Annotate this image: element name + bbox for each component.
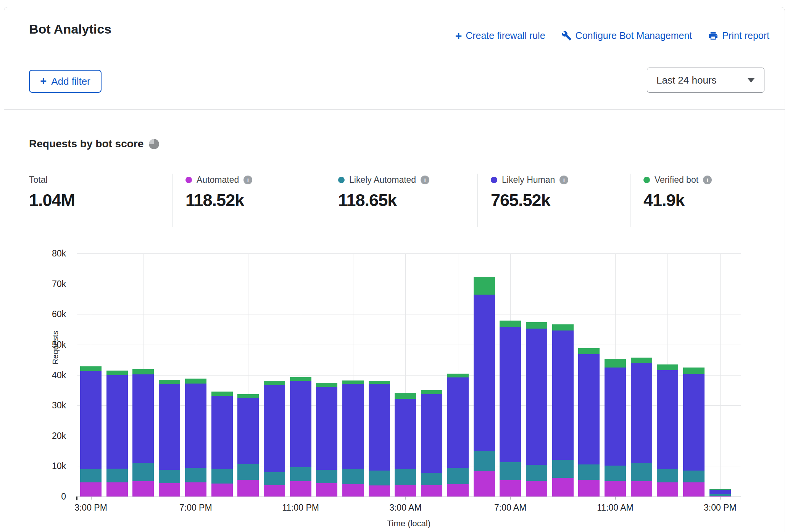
bar-segment-automated: [237, 480, 259, 497]
bar-9-00-am[interactable]: [552, 324, 574, 497]
configure-bot-management-link[interactable]: Configure Bot Management: [561, 30, 692, 41]
bar-segment-automated: [395, 485, 416, 497]
x-tick-label: 3:00 PM: [688, 503, 753, 513]
time-range-select[interactable]: Last 24 hours: [647, 68, 764, 93]
bar-6-00-am[interactable]: [474, 277, 495, 497]
gridline-horizontal: [77, 497, 741, 497]
bar-segment-likely-human: [290, 381, 311, 467]
bar-segment-likely-automated: [211, 469, 233, 483]
bar-12-00-am[interactable]: [316, 383, 337, 497]
x-tick: [720, 497, 721, 500]
y-tick-label: 30k: [23, 401, 66, 410]
stat-total: Total1.04M: [4, 174, 172, 227]
stat-label: Verified bot: [655, 175, 698, 185]
info-icon[interactable]: i: [243, 176, 252, 184]
bar-segment-likely-automated: [605, 466, 626, 481]
bar-segment-likely-human: [132, 374, 154, 463]
y-tick-label: 40k: [23, 371, 66, 380]
bar-segment-likely-human: [237, 398, 259, 464]
chevron-down-icon: [747, 78, 755, 82]
x-tick-label: 7:00 AM: [478, 503, 543, 513]
bar-12-00-pm[interactable]: [631, 358, 652, 497]
bar-5-00-am[interactable]: [447, 374, 469, 497]
bar-segment-verified-bot: [552, 324, 574, 330]
bar-6-00-pm[interactable]: [159, 380, 180, 497]
bar-segment-likely-human: [500, 327, 521, 462]
bar-4-00-pm[interactable]: [106, 371, 128, 497]
bar-segment-likely-human: [552, 330, 574, 460]
print-report-label: Print report: [722, 30, 769, 41]
info-icon[interactable]: i: [703, 176, 712, 184]
x-tick-label: 3:00 PM: [58, 503, 123, 513]
bar-segment-automated: [421, 485, 442, 497]
bar-2-00-am[interactable]: [369, 381, 390, 497]
bar-segment-automated: [185, 482, 206, 497]
bar-segment-likely-automated: [237, 464, 259, 480]
bar-11-00-pm[interactable]: [290, 377, 311, 497]
bot-analytics-card: Bot Analytics + Create firewall rule Con…: [4, 7, 785, 532]
bar-segment-likely-human: [369, 384, 390, 471]
gridline-vertical: [741, 253, 741, 497]
page-title: Bot Analytics: [29, 22, 111, 37]
bar-11-00-am[interactable]: [605, 359, 626, 497]
bar-segment-verified-bot: [631, 358, 652, 363]
bar-segment-likely-human: [106, 375, 128, 468]
bar-3-00-pm[interactable]: [709, 489, 731, 497]
bar-segment-likely-automated: [342, 469, 364, 485]
bar-9-00-pm[interactable]: [237, 394, 259, 497]
stat-value: 118.52k: [185, 190, 325, 210]
bar-segment-likely-human: [185, 384, 206, 468]
bar-segment-verified-bot: [474, 277, 495, 295]
bar-8-00-pm[interactable]: [211, 392, 233, 497]
configure-bot-management-label: Configure Bot Management: [576, 30, 692, 41]
create-firewall-rule-link[interactable]: + Create firewall rule: [455, 30, 545, 41]
section-heading-label: Requests by bot score: [29, 138, 143, 150]
bar-segment-automated: [657, 482, 678, 497]
print-report-link[interactable]: Print report: [708, 30, 769, 41]
bar-segment-automated: [605, 481, 626, 497]
pie-chart-icon: [149, 139, 159, 149]
bar-3-00-am[interactable]: [395, 393, 416, 497]
y-tick-label: 10k: [23, 461, 66, 471]
stat-likely-automated: Likely Automatedi118.65k: [325, 174, 477, 227]
bar-segment-likely-automated: [132, 463, 154, 481]
x-tick: [196, 497, 197, 500]
bar-segment-verified-bot: [211, 392, 233, 395]
bar-10-00-am[interactable]: [578, 348, 600, 497]
bar-7-00-am[interactable]: [500, 321, 521, 497]
bar-segment-verified-bot: [237, 394, 259, 398]
bar-10-00-pm[interactable]: [264, 381, 285, 497]
bar-7-00-pm[interactable]: [185, 379, 206, 497]
bar-segment-automated: [578, 480, 600, 497]
header-actions: + Create firewall rule Configure Bot Man…: [455, 30, 769, 41]
bar-2-00-pm[interactable]: [683, 368, 705, 497]
bar-segment-likely-automated: [578, 464, 600, 480]
bar-segment-likely-automated: [395, 469, 416, 485]
bar-5-00-pm[interactable]: [132, 369, 154, 497]
bar-segment-automated: [159, 483, 180, 497]
bar-segment-verified-bot: [421, 390, 442, 394]
info-icon[interactable]: i: [559, 176, 568, 184]
bar-1-00-pm[interactable]: [657, 364, 678, 497]
bar-segment-likely-automated: [421, 473, 442, 485]
add-filter-button[interactable]: + Add filter: [29, 70, 102, 93]
bar-segment-verified-bot: [80, 366, 102, 371]
bar-segment-likely-automated: [447, 468, 469, 484]
y-tick-label: 0: [23, 492, 66, 501]
gridline-vertical: [720, 253, 721, 497]
bar-segment-automated: [500, 480, 521, 497]
legend-dot: [491, 177, 497, 183]
y-tick-label: 60k: [23, 310, 66, 319]
bar-segment-likely-automated: [369, 471, 390, 485]
bar-4-00-am[interactable]: [421, 390, 442, 497]
bar-1-00-am[interactable]: [342, 380, 364, 497]
info-icon[interactable]: i: [421, 176, 429, 184]
bar-segment-verified-bot: [316, 383, 337, 387]
bar-8-00-am[interactable]: [526, 322, 547, 497]
bar-segment-automated: [683, 482, 705, 497]
gridline-horizontal: [77, 284, 741, 284]
bar-segment-likely-human: [447, 377, 469, 468]
bar-segment-automated: [290, 481, 311, 497]
bar-segment-automated: [106, 482, 128, 497]
bar-3-00-pm[interactable]: [80, 366, 102, 497]
